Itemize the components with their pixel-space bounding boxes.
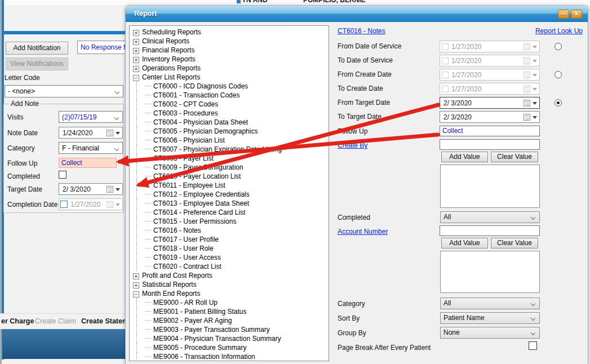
radio-button[interactable] [554, 99, 562, 106]
expand-icon[interactable]: + [133, 30, 139, 36]
report-lookup-link[interactable]: Report Look Up [535, 27, 583, 35]
tree-item[interactable]: CT6012 - Employee Credentials [153, 190, 250, 198]
completion-date-checkbox[interactable] [60, 201, 68, 208]
account-add-value-button[interactable]: Add Value [441, 238, 488, 248]
tree-item[interactable]: Inventory Reports [142, 55, 196, 63]
tree-item[interactable]: CT6009 - Payer Configuration [153, 163, 243, 171]
letter-code-select[interactable]: - <none> [5, 85, 123, 97]
tree-item[interactable]: ME9001 - Patient Billing Status [153, 308, 246, 316]
expand-icon[interactable]: + [133, 48, 139, 54]
tree-item[interactable]: Operations Reports [142, 64, 201, 72]
tree-item[interactable]: CT6002 - CPT Codes [153, 100, 218, 108]
dropdown-arrow-icon[interactable] [533, 102, 537, 107]
tree-item[interactable]: CT6007 - Physician Expiration Date Listi… [153, 145, 282, 153]
completion-date-field[interactable]: 1/27/2020 [59, 198, 123, 210]
create-statement-button[interactable]: Create Statem [81, 317, 128, 325]
category-select[interactable]: F - Financial [59, 142, 123, 154]
note-date-field[interactable]: 1/24/2020 [59, 127, 123, 139]
tree-item[interactable]: CT6005 - Physician Demographics [153, 127, 258, 135]
close-icon[interactable]: ✕ [571, 10, 582, 19]
date-enable-checkbox[interactable] [442, 72, 449, 78]
minimize-icon[interactable]: — [558, 10, 569, 19]
sort-by-select[interactable]: Patient Name [440, 312, 540, 324]
page-break-checkbox[interactable] [529, 341, 537, 350]
dialog-titlebar[interactable]: Report — ✕ [126, 6, 588, 22]
date-enable-checkbox[interactable] [442, 43, 449, 50]
view-notifications-button[interactable]: View Notifications [6, 57, 68, 70]
tree-item[interactable]: Month End Reports [142, 290, 200, 298]
follow-up-filter-input[interactable]: Collect [440, 126, 540, 136]
tree-item[interactable]: CT6014 - Preference Card List [153, 208, 245, 216]
tree-item[interactable]: Center List Reports [142, 73, 200, 81]
tree-item[interactable]: CT6008 - Payer List [153, 154, 214, 162]
dropdown-arrow-icon[interactable] [533, 88, 537, 93]
tree-item[interactable]: ME9000 - AR Roll Up [153, 299, 218, 307]
tree-item[interactable]: CT6017 - User Profile [153, 236, 219, 243]
expand-icon[interactable]: + [133, 282, 139, 288]
date-field[interactable]: 2/ 3/2020 [440, 97, 540, 109]
tree-item[interactable]: ME9006 - Transaction Information [153, 353, 255, 361]
dropdown-arrow-icon[interactable] [116, 132, 120, 137]
tree-item[interactable]: CT6011 - Employee List [153, 181, 225, 189]
enter-charge-button[interactable]: er Charge [1, 317, 34, 325]
create-by-input[interactable] [440, 139, 540, 150]
target-date-field[interactable]: 2/ 3/2020 [59, 183, 123, 195]
date-enable-checkbox[interactable] [442, 86, 449, 92]
tree-item[interactable]: CT6013 - Employee Data Sheet [153, 199, 249, 207]
tree-item[interactable]: CT6000 - ICD Diagnosis Codes [153, 82, 248, 90]
dropdown-arrow-icon[interactable] [533, 46, 537, 51]
tree-item[interactable]: Scheduling Reports [142, 28, 201, 36]
date-field[interactable]: 1/27/2020 [440, 69, 540, 81]
tree-item[interactable]: CT6001 - Transaction Codes [153, 91, 239, 99]
create-claim-button[interactable]: Create Claim [35, 317, 76, 325]
expand-icon[interactable]: + [133, 57, 139, 63]
dropdown-arrow-icon[interactable] [533, 74, 537, 79]
create-by-listbox[interactable] [440, 165, 540, 208]
completed-select[interactable]: All [440, 211, 540, 223]
tree-item[interactable]: CT6018 - User Role [153, 245, 214, 252]
tree-item[interactable]: CT6015 - User Permissions [153, 217, 236, 225]
tree-item[interactable]: CT6019 - User Access [153, 254, 221, 261]
selected-report-link[interactable]: CT6016 - Notes [338, 27, 385, 35]
tree-item[interactable]: CT6003 - Procedures [153, 109, 218, 117]
tree-item[interactable]: Statistical Reports [142, 281, 197, 288]
tree-item[interactable]: CT6004 - Physician Data Sheet [153, 118, 248, 126]
dropdown-arrow-icon[interactable] [533, 116, 537, 121]
create-by-clear-value-button[interactable]: Clear Value [491, 152, 538, 162]
completed-checkbox[interactable] [59, 171, 66, 179]
radio-button[interactable] [554, 71, 562, 78]
date-field[interactable]: 1/27/2020 [440, 55, 540, 66]
report-tree[interactable]: +Scheduling Reports+Clinical Reports+Fin… [129, 25, 329, 361]
radio-button[interactable] [554, 43, 562, 50]
date-field[interactable]: 1/27/2020 [440, 83, 540, 95]
follow-up-field[interactable]: Collect [59, 158, 117, 168]
tree-item[interactable]: ME9005 - Procedure Summary [153, 344, 246, 352]
create-by-add-value-button[interactable]: Add Value [441, 152, 488, 162]
tree-item[interactable]: CT6020 - Contract List [153, 263, 221, 270]
category-filter-select[interactable]: All [440, 298, 540, 309]
tree-item[interactable]: ME9003 - Payer Transaction Summary [153, 326, 270, 334]
date-enable-checkbox[interactable] [442, 57, 449, 64]
tree-item[interactable]: Clinical Reports [142, 37, 189, 45]
tree-item[interactable]: Financial Reports [142, 46, 194, 54]
dropdown-arrow-icon[interactable] [116, 188, 120, 193]
tree-item[interactable]: CT6016 - Notes [153, 227, 201, 234]
expand-icon[interactable]: + [133, 39, 139, 45]
tree-item[interactable]: CT6006 - Physician List [153, 136, 225, 144]
tree-item[interactable]: ME9002 - Payer AR Aging [153, 317, 232, 325]
account-clear-value-button[interactable]: Clear Value [491, 238, 538, 248]
account-listbox[interactable] [440, 251, 540, 293]
tree-item[interactable]: Profit and Cost Reports [142, 272, 212, 279]
dropdown-arrow-icon[interactable] [533, 60, 537, 65]
collapse-icon[interactable]: − [133, 291, 139, 298]
group-by-select[interactable]: None [440, 327, 540, 339]
date-field[interactable]: 2/ 3/2020 [440, 111, 540, 123]
create-by-link[interactable]: Create By [338, 141, 367, 149]
add-notification-button[interactable]: Add Notification [6, 42, 68, 55]
expand-icon[interactable]: + [133, 273, 139, 279]
visits-select[interactable]: (2)07/15/19 [59, 111, 123, 123]
expand-icon[interactable]: + [133, 66, 139, 72]
account-number-input[interactable] [440, 225, 540, 236]
dropdown-arrow-icon[interactable] [116, 203, 120, 208]
account-number-link[interactable]: Account Number [338, 228, 388, 236]
